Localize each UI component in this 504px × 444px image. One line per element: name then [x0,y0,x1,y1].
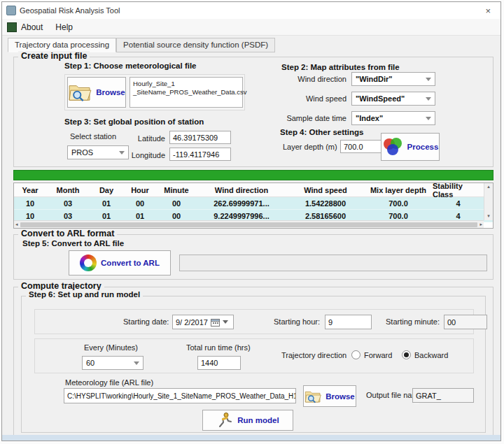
met-csv-filename-line1: Hourly_Site_1 [133,80,239,88]
menu-about[interactable]: About [20,21,48,34]
convert-to-arl-button[interactable]: Convert to ARL [69,250,171,275]
starting-minute-field[interactable]: 00 [444,315,487,329]
scroll-down-icon[interactable]: ▾ [486,213,491,220]
browse-arl-file-button[interactable]: Browse [303,385,356,407]
every-minutes-select[interactable]: 60 [82,356,144,370]
convert-arl-group: Convert to ARL format Step 5: Convert to… [13,234,493,280]
run-model-button[interactable]: Run model [202,410,293,431]
runner-icon [216,412,233,429]
col-year[interactable]: Year [14,183,46,196]
sample-date-time-value: "Index" [356,114,383,122]
menu-bar: About Help [2,19,500,36]
starting-hour-label: Starting hour: [274,317,320,326]
total-run-time-field[interactable]: 1440 [197,356,241,370]
browse-met-file-button[interactable]: Browse [67,77,126,108]
cell: 03 [46,197,90,209]
met-csv-filename-line2: _SiteName_PROS_Weather_Data.csv [133,88,239,96]
starting-date-label: Starting date: [123,317,169,326]
app-icon [6,6,16,15]
tab-trajectory-data-processing[interactable]: Trajectory data processing [8,38,116,52]
rgb-circles-icon [382,137,403,157]
close-icon[interactable]: × [479,6,496,16]
col-wind-direction[interactable]: Wind direction [196,183,287,196]
col-wind-speed[interactable]: Wind speed [287,183,364,196]
col-day[interactable]: Day [90,183,123,196]
process-progress-bar [13,170,493,180]
window-bottom-edge [2,435,500,441]
starting-minute-label: Starting minute: [386,317,440,326]
sample-date-time-label: Sample date time [270,114,346,122]
process-label: Process [407,143,439,151]
cell: 262.69999971... [196,197,287,209]
about-icon [7,22,17,32]
create-input-group-label: Create input file [18,51,90,61]
starting-minute-value: 00 [447,318,456,327]
scrollbar-thumb[interactable] [20,222,478,227]
longitude-value: -119.4117946 [173,150,219,159]
starting-date-picker[interactable]: 9/ 2/2017 [172,315,234,329]
wind-direction-select[interactable]: "WindDir" [351,72,435,86]
cell: 10 [14,197,46,209]
menu-help[interactable]: Help [54,21,78,34]
table-horizontal-scrollbar[interactable]: ◂ ▸ [14,220,484,228]
chevron-down-icon[interactable] [223,320,228,324]
wind-speed-select[interactable]: "WindSpeed" [351,92,435,106]
browse-arl-label: Browse [326,392,355,401]
cell: 00 [157,197,196,209]
table-header-row: Year Month Day Hour Minute Wind directio… [14,183,493,197]
cell: 4 [433,197,484,209]
scroll-right-icon[interactable]: ▸ [478,221,484,229]
longitude-field[interactable]: -119.4117946 [169,148,231,161]
scroll-up-icon[interactable]: ▴ [486,183,491,191]
app-window: Geospatial Risk Analysis Tool × About He… [1,1,501,441]
latitude-field[interactable]: 46.39175309 [169,131,231,144]
step1-panel: Browse Hourly_Site_1 _SiteName_PROS_Weat… [64,74,245,110]
calendar-icon [211,318,220,327]
backward-radio[interactable] [402,350,411,359]
chevron-down-icon [426,97,431,101]
scroll-left-icon[interactable]: ◂ [14,221,20,229]
color-wheel-icon [80,255,97,271]
chevron-down-icon [119,151,125,155]
layer-depth-label: Layer depth (m) [283,143,337,151]
select-station-label: Select station [70,132,116,141]
screen: Geospatial Risk Analysis Tool × About He… [0,0,504,444]
forward-radio-label[interactable]: Forward [364,351,392,359]
step1-label: Step 1: Choose meteorological file [64,62,197,70]
latitude-label: Latitude [125,134,165,143]
window-title: Geospatial Risk Analysis Tool [20,6,120,15]
col-month[interactable]: Month [46,183,90,196]
starting-hour-field[interactable]: 9 [325,315,372,329]
every-minutes-label: Every (Minutes) [84,343,138,352]
met-arl-file-label: Meteorology file (ARL file) [65,378,153,387]
chevron-down-icon [426,78,431,81]
col-minute[interactable]: Minute [157,183,196,196]
starting-hour-value: 9 [328,318,332,327]
table-row[interactable]: 10 03 01 00 00 262.69999971... 1.5422880… [14,197,493,210]
layer-depth-field[interactable]: 700.0 [340,140,386,153]
folder-search-icon [68,83,92,102]
col-hour[interactable]: Hour [123,183,157,196]
output-prefix-field[interactable]: GRAT_ [412,388,474,403]
met-arl-file-field[interactable]: C:\HYSPLIT\working\Hourly_Site_1_SiteNam… [64,388,296,403]
output-prefix-value: GRAT_ [416,392,441,400]
wind-speed-value: "WindSpeed" [356,94,405,103]
title-bar: Geospatial Risk Analysis Tool × [2,2,500,19]
met-csv-filename-box[interactable]: Hourly_Site_1 _SiteName_PROS_Weather_Dat… [130,77,243,108]
tab-psdf[interactable]: Potential source density function (PSDF) [116,38,275,52]
table-vertical-scrollbar[interactable]: ▴ ▾ [484,183,493,220]
process-button[interactable]: Process [381,133,440,161]
longitude-label: Longitude [125,151,165,159]
total-run-time-label: Total run time (hrs) [186,343,251,352]
sample-date-time-select[interactable]: "Index" [351,111,435,125]
cell: 01 [90,197,123,209]
backward-radio-label[interactable]: Backward [414,351,448,359]
station-select[interactable]: PROS [67,145,129,159]
forward-radio[interactable] [351,350,360,359]
weather-data-table: Year Month Day Hour Minute Wind directio… [13,182,493,229]
step6-label: Step 6: Set up and run model [26,290,143,299]
folder-search-icon [304,389,321,403]
col-stability-class[interactable]: Stability Class [433,183,484,196]
convert-to-arl-label: Convert to ARL [101,259,160,267]
col-mix-layer-depth[interactable]: Mix layer depth [364,183,433,196]
